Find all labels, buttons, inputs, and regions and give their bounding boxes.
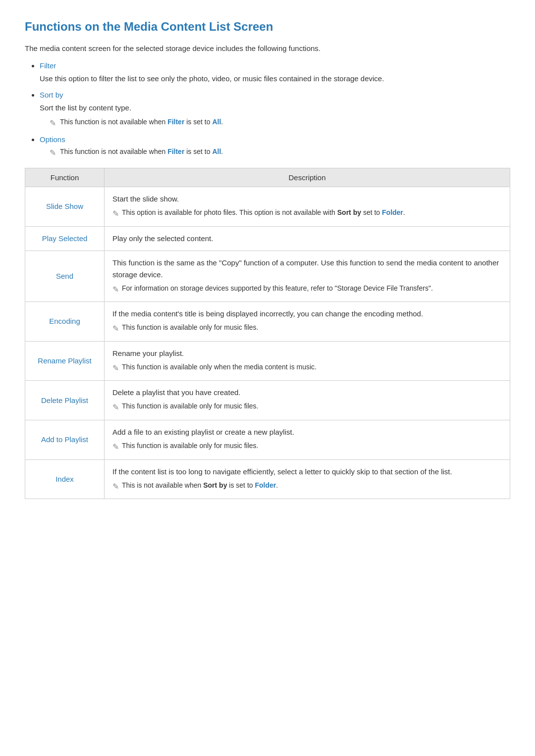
folder-bold-2: Folder [255,481,276,489]
delete-playlist-note: ✎ This function is available only for mu… [112,401,502,414]
column-description: Description [105,168,510,187]
desc-main: Delete a playlist that you have created. [112,388,241,397]
desc-main: If the content list is too long to navig… [112,467,452,476]
add-to-playlist-note-text: This function is available only for musi… [122,440,258,451]
function-cell-play-selected: Play Selected [25,226,105,251]
table-row: Delete Playlist Delete a playlist that y… [25,381,510,420]
filter-link[interactable]: Filter [40,61,56,70]
description-cell-delete-playlist: Delete a playlist that you have created.… [105,381,510,420]
page-title: Functions on the Media Content List Scre… [25,20,510,34]
desc-main: Play only the selected content. [112,234,213,243]
pencil-icon-7: ✎ [112,401,119,414]
list-item-filter: Filter Use this option to filter the lis… [40,61,510,85]
sort-by-bold: Sort by [337,208,361,216]
folder-bold: Folder [382,208,403,216]
rename-playlist-note: ✎ This function is available only when t… [112,361,502,375]
description-cell-send: This function is the same as the "Copy" … [105,251,510,302]
filter-description: Use this option to filter the list to se… [40,73,510,85]
sort-by-description: Sort the list by content type. [40,102,510,114]
options-link[interactable]: Options [40,135,65,144]
description-cell-encoding: If the media content's title is being di… [105,302,510,342]
function-cell-slideshow: Slide Show [25,187,105,227]
top-list: Filter Use this option to filter the lis… [25,61,510,159]
function-cell-delete-playlist: Delete Playlist [25,381,105,420]
all-bold: All [212,118,221,126]
desc-main: Start the slide show. [112,195,179,203]
send-note: ✎ For information on storage devices sup… [112,283,502,296]
description-cell-index: If the content list is too long to navig… [105,459,510,499]
pencil-icon-8: ✎ [112,441,119,454]
list-item-options: Options ✎ This function is not available… [40,135,510,159]
description-cell-slideshow: Start the slide show. ✎ This option is a… [105,187,510,227]
table-row: Index If the content list is too long to… [25,459,510,499]
table-row: Play Selected Play only the selected con… [25,226,510,251]
pencil-icon-9: ✎ [112,480,119,493]
filter-bold: Filter [167,118,184,126]
sort-by-note-text: This function is not available when Filt… [60,117,223,127]
encoding-note-text: This function is available only for musi… [122,322,258,333]
desc-main: If the media content's title is being di… [112,309,423,318]
function-cell-add-to-playlist: Add to Playlist [25,420,105,459]
function-cell-index: Index [25,459,105,499]
functions-table: Function Description Slide Show Start th… [25,168,510,499]
pencil-icon-6: ✎ [112,362,119,375]
rename-playlist-note-text: This function is available only when the… [122,361,317,372]
table-row: Encoding If the media content's title is… [25,302,510,342]
add-to-playlist-note: ✎ This function is available only for mu… [112,440,502,454]
pencil-icon-5: ✎ [112,322,119,335]
sort-by-bold-2: Sort by [203,481,227,489]
list-item-sort-by: Sort by Sort the list by content type. ✎… [40,91,510,129]
delete-playlist-note-text: This function is available only for musi… [122,401,258,411]
pencil-icon-3: ✎ [112,207,119,220]
options-note: ✎ This function is not available when Fi… [50,147,510,159]
table-row: Add to Playlist Add a file to an existin… [25,420,510,459]
function-cell-send: Send [25,251,105,302]
index-note-text: This is not available when Sort by is se… [122,480,278,491]
table-row: Send This function is the same as the "C… [25,251,510,302]
filter-bold-2: Filter [167,148,184,155]
pencil-icon: ✎ [50,117,56,129]
index-note: ✎ This is not available when Sort by is … [112,480,502,493]
description-cell-play-selected: Play only the selected content. [105,226,510,251]
options-note-text: This function is not available when Filt… [60,147,223,157]
slideshow-note: ✎ This option is available for photo fil… [112,207,502,220]
table-header-row: Function Description [25,168,510,187]
intro-paragraph: The media content screen for the selecte… [25,43,510,54]
encoding-note: ✎ This function is available only for mu… [112,322,502,335]
column-function: Function [25,168,105,187]
function-cell-rename-playlist: Rename Playlist [25,341,105,381]
desc-main: Add a file to an existing playlist or cr… [112,428,294,436]
function-cell-encoding: Encoding [25,302,105,342]
send-note-text: For information on storage devices suppo… [122,283,433,294]
pencil-icon-4: ✎ [112,283,119,296]
sort-by-note: ✎ This function is not available when Fi… [50,117,510,129]
slideshow-note-text: This option is available for photo files… [122,207,405,218]
description-cell-rename-playlist: Rename your playlist. ✎ This function is… [105,341,510,381]
pencil-icon-2: ✎ [50,147,56,159]
sort-by-link[interactable]: Sort by [40,91,63,99]
desc-main: This function is the same as the "Copy" … [112,258,499,279]
table-row: Slide Show Start the slide show. ✎ This … [25,187,510,227]
desc-main: Rename your playlist. [112,349,184,357]
description-cell-add-to-playlist: Add a file to an existing playlist or cr… [105,420,510,459]
table-row: Rename Playlist Rename your playlist. ✎ … [25,341,510,381]
all-bold-2: All [212,148,221,155]
